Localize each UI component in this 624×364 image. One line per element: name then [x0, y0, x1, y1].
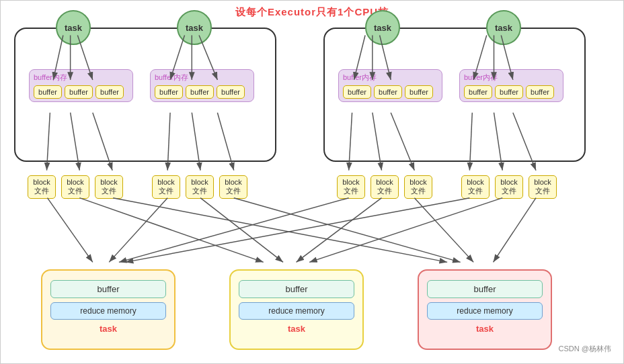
block-2a: block文件	[152, 175, 180, 199]
svg-line-29	[200, 198, 283, 263]
svg-line-36	[494, 198, 536, 263]
buffer-row-4: buffer buffer buffer	[464, 85, 559, 99]
svg-line-30	[234, 198, 461, 263]
task-circle-1: task	[56, 10, 91, 45]
buffer-mem-label-3: buffer内存	[343, 73, 438, 83]
reduce-buffer-1: buffer	[50, 280, 166, 298]
block-1c: block文件	[95, 175, 123, 199]
buffer-mem-label-2: buffer内存	[155, 73, 249, 83]
watermark: CSDN @杨林伟	[559, 344, 611, 354]
block-1b: block文件	[61, 175, 89, 199]
reduce-memory-2: reduce memory	[239, 302, 354, 320]
block-3c: block文件	[404, 175, 432, 199]
block-4a: block文件	[461, 175, 490, 199]
buffer-mem-label-4: buffer内存	[464, 73, 559, 83]
buf-2c: buffer	[217, 85, 245, 99]
buf-4a: buffer	[464, 85, 492, 99]
buffer-mem-box-4: buffer内存 buffer buffer buffer	[459, 69, 563, 102]
buf-3a: buffer	[343, 85, 371, 99]
reduce-box-2: buffer reduce memory task	[229, 269, 364, 350]
reduce-box-3: buffer reduce memory task	[418, 269, 552, 350]
svg-line-32	[297, 198, 382, 263]
svg-line-31	[119, 198, 349, 263]
reduce-task-label-3: task	[419, 324, 551, 334]
svg-line-33	[414, 198, 473, 263]
buffer-mem-box-2: buffer内存 buffer buffer buffer	[150, 69, 254, 102]
executor-box-left: task task buffer内存 buffer buffer buffer …	[14, 28, 276, 162]
buf-2a: buffer	[155, 85, 183, 99]
buf-1a: buffer	[34, 85, 62, 99]
reduce-task-label-2: task	[231, 324, 362, 334]
buf-1b: buffer	[65, 85, 93, 99]
block-2c: block文件	[219, 175, 247, 199]
buf-2b: buffer	[186, 85, 214, 99]
block-3a: block文件	[337, 175, 365, 199]
buf-3c: buffer	[405, 85, 433, 99]
block-4b: block文件	[495, 175, 523, 199]
block-1a: block文件	[28, 175, 56, 199]
svg-line-34	[126, 198, 470, 263]
buffer-row-3: buffer buffer buffer	[343, 85, 438, 99]
buffer-row-2: buffer buffer buffer	[155, 85, 249, 99]
executor-box-right: task task buffer内存 buffer buffer buffer …	[323, 28, 586, 162]
buffer-mem-box-3: buffer内存 buffer buffer buffer	[338, 69, 442, 102]
buffer-mem-box-1: buffer内存 buffer buffer buffer	[29, 69, 133, 102]
block-2b: block文件	[186, 175, 214, 199]
svg-line-27	[113, 198, 447, 263]
task-circle-2: task	[177, 10, 212, 45]
reduce-task-label-1: task	[42, 324, 174, 334]
svg-line-35	[309, 198, 502, 263]
buf-4c: buffer	[526, 85, 554, 99]
page: 设每个Executor只有1个CPU核 task task buffer内存 b…	[0, 0, 624, 364]
buffer-mem-label-1: buffer内存	[34, 73, 128, 83]
page-title: 设每个Executor只有1个CPU核	[1, 1, 623, 19]
buf-3b: buffer	[374, 85, 402, 99]
task-circle-3: task	[365, 10, 400, 45]
task-circle-4: task	[486, 10, 521, 45]
reduce-buffer-2: buffer	[239, 280, 354, 298]
reduce-memory-1: reduce memory	[50, 302, 166, 320]
buf-1c: buffer	[95, 85, 124, 99]
buffer-row-1: buffer buffer buffer	[34, 85, 128, 99]
main-area: task task buffer内存 buffer buffer buffer …	[7, 21, 617, 357]
block-4c: block文件	[529, 175, 557, 199]
reduce-buffer-3: buffer	[427, 280, 543, 298]
block-3b: block文件	[370, 175, 399, 199]
buf-4b: buffer	[495, 85, 523, 99]
reduce-memory-3: reduce memory	[427, 302, 543, 320]
reduce-box-1: buffer reduce memory task	[41, 269, 176, 350]
svg-line-28	[109, 198, 167, 263]
svg-line-26	[79, 198, 263, 263]
svg-line-25	[47, 198, 92, 263]
